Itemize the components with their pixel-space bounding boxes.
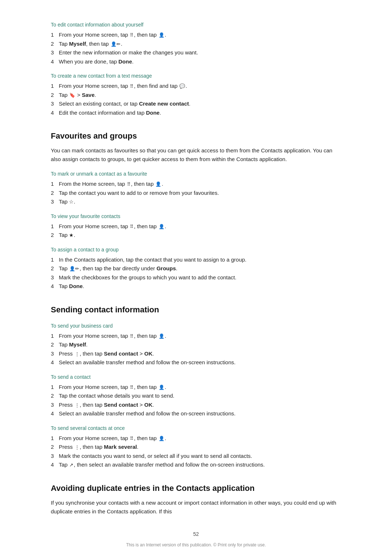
menu-icon: ⋮ <box>75 350 79 358</box>
list-item: 1From your Home screen, tap ⠿, then tap … <box>51 332 341 340</box>
star-empty-icon: ☆ <box>69 199 74 205</box>
new-contact-text-header: To create a new contact from a text mess… <box>51 72 341 80</box>
avoiding-duplicates-body: If you synchronise your contacts with a … <box>51 498 341 516</box>
favourites-body: You can mark contacts as favourites so t… <box>51 146 341 164</box>
list-item: 2Tap the contact you want to add to or r… <box>51 189 341 197</box>
list-item: 3Enter the new information or make the c… <box>51 49 341 57</box>
menu-icon: ⋮ <box>75 402 79 409</box>
list-item: 3Mark the contacts you want to send, or … <box>51 452 341 460</box>
contacts-icon: 👤 <box>155 181 161 188</box>
list-item: 3Select an existing contact, or tap Crea… <box>51 100 341 108</box>
list-item: 1From your Home screen, tap ⠿, then tap … <box>51 434 341 443</box>
page-number: 52 <box>51 530 341 538</box>
send-several-header: To send several contacts at once <box>51 424 341 432</box>
message-icon: 💬 <box>179 83 185 90</box>
edit-icon: 👤✏ <box>111 41 121 48</box>
contacts-icon: 👤 <box>159 223 164 230</box>
send-contact-list: 1From your Home screen, tap ⠿, then tap … <box>51 383 341 418</box>
list-item: 4When you are done, tap Done. <box>51 58 341 66</box>
apps-icon: ⠿ <box>130 435 134 442</box>
list-item: 4Select an available transfer method and… <box>51 358 341 367</box>
list-item: 4Edit the contact information and tap Do… <box>51 109 341 117</box>
list-item: 3Mark the checkboxes for the groups to w… <box>51 274 341 282</box>
business-card-list: 1From your Home screen, tap ⠿, then tap … <box>51 332 341 367</box>
sending-heading: Sending contact information <box>51 304 341 316</box>
list-item: 2Tap 👤✏, then tap the bar directly under… <box>51 264 341 273</box>
list-item: 4Tap Done. <box>51 282 341 291</box>
list-item: 1From your Home screen, tap ⠿, then find… <box>51 82 341 90</box>
contacts-icon: 👤 <box>159 32 164 39</box>
edit-contact-icon: 👤✏ <box>69 265 79 272</box>
list-item: 3Press ⋮, then tap Send contact > OK. <box>51 401 341 409</box>
view-favourites-list: 1From your Home screen, tap ⠿, then tap … <box>51 222 341 239</box>
list-item: 2Press ⋮, then tap Mark several. <box>51 443 341 451</box>
share-icon: ↗ <box>69 461 73 469</box>
avoiding-duplicates-heading: Avoiding duplicate entries in the Contac… <box>51 482 341 494</box>
star-filled-icon: ★ <box>69 232 74 238</box>
apps-icon: ⠿ <box>130 223 134 230</box>
apps-icon: ⠿ <box>127 181 131 188</box>
bookmark-icon: 🔖 <box>69 92 75 99</box>
list-item: 3Tap ☆. <box>51 198 341 206</box>
favourites-heading: Favourites and groups <box>51 130 341 142</box>
list-item: 4Select an available transfer method and… <box>51 410 341 418</box>
assign-group-header: To assign a contact to a group <box>51 246 341 254</box>
list-item: 2Tap 🔖 > Save. <box>51 91 341 99</box>
list-item: 2Tap ★. <box>51 231 341 239</box>
menu-icon: ⋮ <box>75 444 79 451</box>
apps-icon: ⠿ <box>130 32 134 39</box>
list-item: 3Press ⋮, then tap Send contact > OK. <box>51 350 341 358</box>
list-item: 2Tap Myself. <box>51 341 341 349</box>
view-favourites-header: To view your favourite contacts <box>51 213 341 220</box>
edit-contact-list: 1From your Home screen, tap ⠿, then tap … <box>51 31 341 66</box>
apps-icon: ⠿ <box>130 333 134 340</box>
contacts-icon: 👤 <box>159 384 164 391</box>
contacts-icon: 👤 <box>159 435 164 442</box>
apps-icon: ⠿ <box>130 83 134 90</box>
contacts-icon: 👤 <box>159 333 164 340</box>
list-item: 1From the Home screen, tap ⠿, then tap 👤… <box>51 180 341 188</box>
send-contact-header: To send a contact <box>51 373 341 381</box>
footer-text: This is an Internet version of this publ… <box>51 542 341 548</box>
assign-group-list: 1In the Contacts application, tap the co… <box>51 256 341 291</box>
apps-icon: ⠿ <box>130 384 134 391</box>
business-card-header: To send your business card <box>51 322 341 330</box>
list-item: 1In the Contacts application, tap the co… <box>51 256 341 264</box>
list-item: 2Tap the contact whose details you want … <box>51 392 341 400</box>
mark-favourite-list: 1From the Home screen, tap ⠿, then tap 👤… <box>51 180 341 206</box>
page: To edit contact information about yourse… <box>0 0 392 554</box>
list-item: 2Tap Myself, then tap 👤✏. <box>51 40 341 48</box>
list-item: 1From your Home screen, tap ⠿, then tap … <box>51 383 341 391</box>
edit-contact-header: To edit contact information about yourse… <box>51 21 341 29</box>
list-item: 4Tap ↗, then select an available transfe… <box>51 461 341 469</box>
list-item: 1From your Home screen, tap ⠿, then tap … <box>51 222 341 231</box>
new-contact-text-list: 1From your Home screen, tap ⠿, then find… <box>51 82 341 117</box>
list-item: 1From your Home screen, tap ⠿, then tap … <box>51 31 341 39</box>
send-several-list: 1From your Home screen, tap ⠿, then tap … <box>51 434 341 469</box>
mark-favourite-header: To mark or unmark a contact as a favouri… <box>51 170 341 178</box>
